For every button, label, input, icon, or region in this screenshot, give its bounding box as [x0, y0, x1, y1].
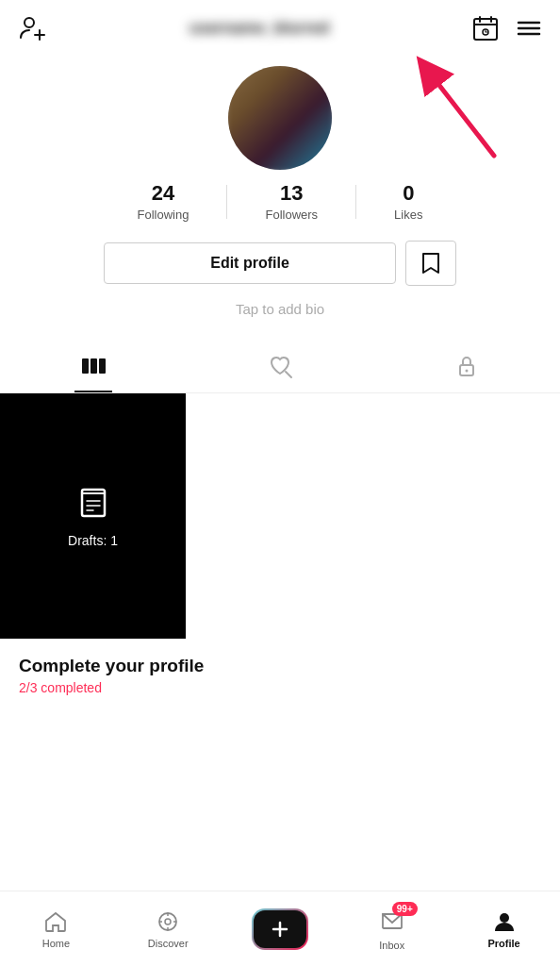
menu-icon[interactable] — [515, 14, 543, 42]
following-count: 24 — [152, 181, 174, 206]
bookmark-button[interactable] — [405, 241, 456, 286]
nav-profile-label: Profile — [487, 938, 519, 949]
header-username: username_blurred — [104, 19, 415, 38]
content-tabs — [0, 340, 560, 393]
followers-count: 13 — [280, 181, 303, 206]
content-area: Drafts: 1 — [0, 393, 560, 639]
bottom-navigation: Home Discover 99+ Inbox — [0, 891, 560, 966]
add-friend-icon[interactable] — [17, 13, 47, 43]
header: username_blurred — [0, 0, 560, 57]
complete-profile-banner[interactable]: Complete your profile 2/3 completed — [0, 639, 560, 705]
svg-rect-13 — [82, 358, 89, 374]
svg-rect-15 — [99, 358, 106, 374]
complete-profile-progress: 2/3 completed — [19, 680, 541, 695]
svg-point-18 — [466, 370, 469, 373]
draft-card[interactable]: Drafts: 1 — [0, 393, 186, 639]
draft-label: Drafts: 1 — [68, 533, 118, 548]
followers-stat[interactable]: 13 Followers — [227, 181, 355, 222]
nav-home-label: Home — [42, 938, 70, 949]
likes-count: 0 — [403, 181, 414, 206]
nav-profile[interactable]: Profile — [471, 909, 537, 949]
nav-discover-label: Discover — [148, 938, 189, 949]
followers-label: Followers — [265, 208, 318, 222]
header-icons — [471, 14, 543, 42]
tab-liked[interactable] — [187, 340, 373, 392]
likes-label: Likes — [394, 208, 422, 222]
nav-inbox-label: Inbox — [379, 940, 404, 951]
svg-line-16 — [286, 372, 291, 377]
nav-discover[interactable]: Discover — [135, 909, 201, 949]
avatar-image — [228, 66, 332, 170]
header-left — [17, 13, 47, 43]
action-buttons: Edit profile — [0, 241, 560, 286]
draft-icon — [74, 484, 112, 525]
svg-point-0 — [25, 18, 34, 27]
svg-point-25 — [165, 919, 171, 924]
nav-inbox[interactable]: 99+ Inbox — [359, 908, 425, 951]
svg-rect-14 — [91, 358, 97, 374]
likes-stat[interactable]: 0 Likes — [356, 181, 460, 222]
complete-profile-title: Complete your profile — [19, 656, 541, 676]
following-label: Following — [138, 208, 189, 222]
nav-create[interactable] — [247, 910, 313, 948]
tab-private[interactable] — [373, 340, 560, 392]
avatar — [228, 66, 332, 170]
edit-profile-button[interactable]: Edit profile — [104, 242, 396, 284]
following-stat[interactable]: 24 Following — [100, 181, 227, 222]
create-button[interactable] — [254, 910, 306, 948]
inbox-badge: 99+ — [392, 902, 418, 916]
tab-videos[interactable] — [0, 340, 187, 392]
profile-section: 24 Following 13 Followers 0 Likes Edit p… — [0, 57, 560, 340]
calendar-icon[interactable] — [471, 14, 500, 42]
stats-row: 24 Following 13 Followers 0 Likes — [0, 181, 560, 222]
nav-home[interactable]: Home — [23, 909, 89, 949]
bio-placeholder[interactable]: Tap to add bio — [236, 301, 324, 317]
svg-point-32 — [500, 913, 509, 923]
